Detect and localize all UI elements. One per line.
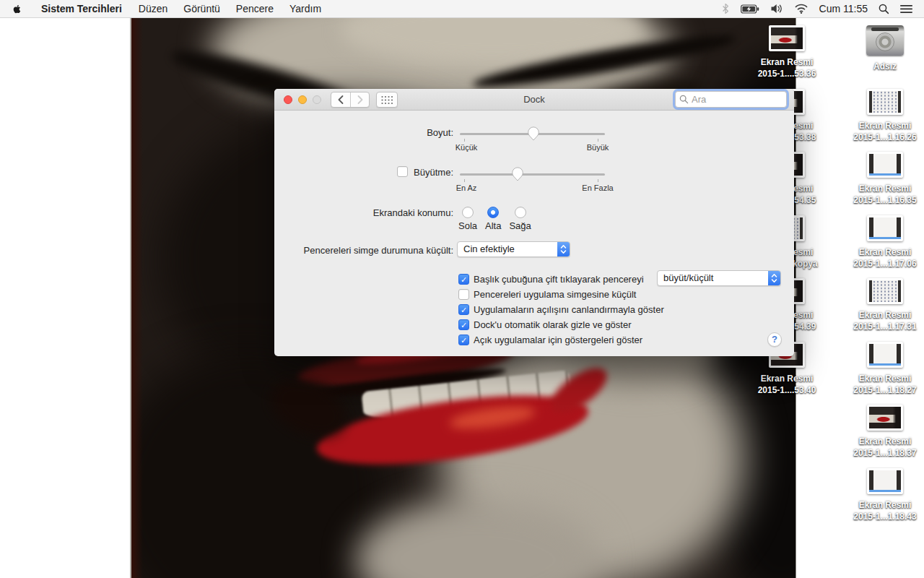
magnification-slider-track[interactable] <box>460 173 605 176</box>
menu-item-düzen[interactable]: Düzen <box>131 0 175 17</box>
position-label: Ekrandaki konumu: <box>373 207 453 218</box>
desktop-icon-201515336[interactable]: Ekran Resmi2015-1....53.36 <box>744 25 830 79</box>
desktop-icon-label: Ekran Resmi2015-1...1.18.27 <box>842 373 924 396</box>
screenshot-thumbnail-icon <box>867 215 903 241</box>
menu-clock[interactable]: Cum 11:55 <box>819 3 868 14</box>
desktop-icon-2015111635[interactable]: Ekran Resmi2015-1...1.16.35 <box>842 152 924 206</box>
magnification-max-label: En Fazla <box>582 184 613 192</box>
checkbox-label: Başlık çubuğuna çift tıklayarak pencerey… <box>474 274 644 285</box>
desktop-icon-2015111837[interactable]: Ekran Resmi2015-1...1.18.37 <box>842 405 924 459</box>
help-button[interactable]: ? <box>767 332 782 347</box>
position-radio-alta[interactable]: Alta <box>485 207 501 231</box>
window-titlebar[interactable]: Dock <box>274 89 794 111</box>
checkbox[interactable]: ✓ <box>458 274 469 285</box>
desktop-icon-label: Ekran Resmi2015-1...1.16.35 <box>842 183 924 206</box>
popup-stepper-icon <box>768 271 780 285</box>
titlebar-action-popup[interactable]: büyüt/küçült <box>657 270 781 286</box>
popup-value: büyüt/küçült <box>663 271 713 285</box>
wifi-icon[interactable] <box>794 4 808 14</box>
desktop-icon-label: Ekran Resmi2015-1...1.18.43 <box>842 499 924 522</box>
preference-row: ✓Dock'u otomatik olarak gizle ve göster <box>458 317 632 332</box>
size-slider[interactable]: Küçük Büyük <box>460 128 605 157</box>
menu-item-pencere[interactable]: Pencere <box>228 0 282 17</box>
search-input[interactable] <box>675 91 787 108</box>
radio-button[interactable] <box>487 207 499 218</box>
desktop-icon-label: Ekran Resmi2015-1...1.17.31 <box>842 309 924 332</box>
desktop-icon-label: Ekran Resmi2015-1....53.40 <box>744 373 830 396</box>
radio-button[interactable] <box>515 207 526 218</box>
preference-row: Pencereleri uygulama simgesine küçült <box>458 287 636 301</box>
popup-value: Cin efektiyle <box>463 242 515 256</box>
volume-icon[interactable] <box>770 4 783 14</box>
bluetooth-icon[interactable] <box>721 2 730 15</box>
notification-center-icon[interactable] <box>900 4 912 14</box>
magnification-slider-thumb[interactable] <box>512 167 524 184</box>
popup-stepper-icon <box>557 242 570 256</box>
apple-logo-icon <box>12 3 22 15</box>
magnification-label: Büyütme: <box>414 167 453 178</box>
magnification-min-label: En Az <box>456 184 477 192</box>
magnification-slider[interactable]: En Az En Fazla <box>460 168 605 197</box>
checkbox[interactable]: ✓ <box>458 319 469 330</box>
desktop-icon-2015111827[interactable]: Ekran Resmi2015-1...1.18.27 <box>842 342 924 396</box>
desktop-icon-label: Ekran Resmi2015-1...1.17.06 <box>842 246 924 269</box>
size-label: Boyut: <box>427 127 453 138</box>
position-radio-sağa[interactable]: Sağa <box>509 207 531 231</box>
screenshot-thumbnail-icon <box>867 152 903 178</box>
menu-bar: Sistem TercihleriDüzenGörüntüPencereYard… <box>0 0 924 18</box>
minimize-effect-popup[interactable]: Cin efektiyle <box>457 241 570 257</box>
battery-charging-icon[interactable] <box>741 4 759 14</box>
size-max-label: Büyük <box>587 143 609 152</box>
magnification-checkbox[interactable] <box>397 166 408 177</box>
menu-status-area: Cum 11:55 <box>721 0 924 17</box>
checkbox-label: Açık uygulamalar için göstergeleri göste… <box>474 335 642 345</box>
desktop-icon-label: Ekran Resmi2015-1...1.18.37 <box>842 436 924 459</box>
preference-row: ✓Uygulamaların açılışını canlandırmayla … <box>458 302 664 316</box>
search-icon <box>679 95 689 104</box>
apple-menu[interactable] <box>0 3 32 15</box>
desktop-icon-label: Adsız <box>842 61 924 72</box>
screenshot-thumbnail-icon <box>769 25 805 51</box>
desktop-icon-2015111706[interactable]: Ekran Resmi2015-1...1.17.06 <box>842 215 924 269</box>
size-slider-thumb[interactable] <box>527 126 539 143</box>
position-radio-sola[interactable]: Sola <box>458 207 477 231</box>
checkbox-label: Uygulamaların açılışını canlandırmayla g… <box>474 304 664 315</box>
minimize-effect-label: Pencereleri simge durumuna küçült: <box>304 245 453 256</box>
hard-drive-icon <box>866 25 904 56</box>
checkbox[interactable]: ✓ <box>458 335 469 345</box>
preference-row: ✓Başlık çubuğuna çift tıklayarak pencere… <box>458 272 644 286</box>
radio-button[interactable] <box>462 207 474 218</box>
position-radio-group: SolaAltaSağa <box>458 207 531 231</box>
checkbox-label: Pencereleri uygulama simgesine küçült <box>474 289 636 300</box>
screenshot-thumbnail-icon <box>867 342 903 368</box>
dock-preferences-window: Dock Boyut: Küçük Büyük Büyütme: En Az E… <box>274 89 794 356</box>
desktop-icon-2015111731[interactable]: Ekran Resmi2015-1...1.17.31 <box>842 278 924 332</box>
desktop-icon-2015111626[interactable]: Ekran Resmi2015-1...1.16.26 <box>842 89 924 143</box>
desktop-icon-label: Ekran Resmi2015-1...1.16.26 <box>842 120 924 143</box>
spotlight-search-icon[interactable] <box>879 4 889 14</box>
desktop-icon-Adsız[interactable]: Adsız <box>842 25 924 72</box>
desktop-icon-2015111843[interactable]: Ekran Resmi2015-1...1.18.43 <box>842 468 924 522</box>
menu-item-sistem-tercihleri[interactable]: Sistem Tercihleri <box>32 0 131 17</box>
screenshot-thumbnail-icon <box>867 89 903 115</box>
checkbox-label: Dock'u otomatik olarak gizle ve göster <box>474 319 632 330</box>
screenshot-thumbnail-icon <box>867 468 903 494</box>
checkbox[interactable] <box>458 289 469 300</box>
screenshot-thumbnail-icon <box>867 278 903 304</box>
size-min-label: Küçük <box>456 143 478 152</box>
checkbox[interactable]: ✓ <box>458 304 469 315</box>
menu-item-görüntü[interactable]: Görüntü <box>175 0 228 17</box>
desktop-icon-label: Ekran Resmi2015-1....53.36 <box>744 56 830 79</box>
preference-row: ✓Açık uygulamalar için göstergeleri göst… <box>458 332 642 347</box>
menu-left: Sistem TercihleriDüzenGörüntüPencereYard… <box>0 0 329 17</box>
menu-item-yardım[interactable]: Yardım <box>282 0 329 17</box>
toolbar-search <box>675 91 787 108</box>
screenshot-thumbnail-icon <box>867 405 903 431</box>
